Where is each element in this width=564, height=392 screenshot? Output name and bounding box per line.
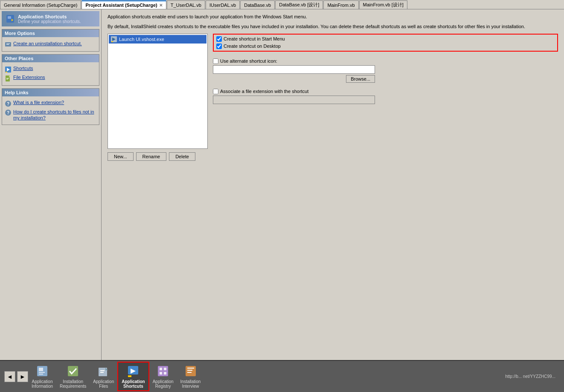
svg-rect-4 [6,44,10,44]
svg-rect-37 [186,366,196,376]
nav-forward-button[interactable]: ► [17,371,28,382]
svg-rect-21 [39,368,43,371]
how-create-shortcuts-link[interactable]: ? How do I create shortcuts to files not… [5,108,96,122]
tab-label: DataBase.vb [设计] [279,2,319,8]
shortcut-item-icon [110,36,117,43]
tab-t-user-dal[interactable]: T_UserDAL.vb [167,0,205,9]
tab-database-vb[interactable]: DataBase.vb [240,0,275,9]
browse-button[interactable]: Browse... [346,75,375,83]
shortcut-item-label: Launch UI.vshost.exe [119,37,164,42]
shortcuts-link[interactable]: Shortcuts [5,65,96,74]
main-content: Application shortcuts enable end users t… [102,9,564,360]
shortcut-list-container: Launch UI.vshost.exe New... Rename Delet… [108,34,208,161]
app-registry-icon [156,364,170,378]
sidebar: Application Shortcuts Define your applic… [0,9,102,360]
tab-main-from[interactable]: MainFrom.vb [323,0,358,9]
tab-general-info[interactable]: General Information (SetupCharge) [0,0,81,9]
help-links-section: Help Links ? What is a file extension? ? [2,88,99,125]
nav-back-button[interactable]: ◄ [4,371,15,382]
svg-rect-36 [164,372,166,375]
create-desktop-label: Create shortcut on Desktop [224,44,281,49]
toolbar-app-shortcuts[interactable]: Application Shortcuts [117,362,149,391]
tab-main-from-design[interactable]: MainFrom.vb [设计] [359,0,407,9]
help-icon2: ? [5,109,12,116]
toolbar-app-files[interactable]: Application Files [90,363,117,390]
svg-rect-32 [158,366,168,376]
svg-rect-33 [160,368,162,370]
svg-text:?: ? [7,110,9,115]
toolbar-app-registry[interactable]: Application Registry [149,363,177,390]
how-create-shortcuts-label: How do I create shortcuts to files not i… [13,109,96,121]
other-places-content: Shortcuts File Extensions [2,62,99,85]
app-registry-label: Application Registry [153,379,174,389]
file-extensions-link[interactable]: File Extensions [5,74,96,83]
svg-rect-5 [6,44,9,45]
svg-rect-27 [100,370,105,371]
more-options-section: More Options Create an uninstallation sh… [2,29,99,52]
create-start-menu-label: Create shortcut in Start Menu [224,36,285,41]
svg-rect-1 [8,16,11,19]
create-start-menu-checkbox[interactable] [216,36,222,42]
tab-label: IUserDAL.vb [209,3,236,8]
svg-rect-11 [6,78,9,78]
svg-rect-28 [100,372,104,373]
use-alternate-checkbox[interactable] [213,58,218,64]
tab-close-icon[interactable]: ✕ [159,3,163,8]
shortcut-options: Create shortcut in Start Menu Create sho… [213,34,558,161]
create-uninstall-label: Create an uninstallation shortcut. [13,41,82,46]
svg-rect-38 [187,368,194,369]
new-button[interactable]: New... [108,152,134,161]
install-req-icon [66,364,80,378]
app-files-icon [97,364,110,378]
delete-button[interactable]: Delete [169,152,195,161]
help-links-content: ? What is a file extension? ? How do I c… [2,96,99,125]
sidebar-subtitle: Define your application shortcuts. [18,19,81,24]
content-area: Application Shortcuts Define your applic… [0,9,564,360]
toolbar-install-interview[interactable]: Installation Interview [177,363,204,390]
toolbar-app-info[interactable]: Application Information [28,363,56,390]
app-shortcuts-toolbar-icon [126,364,140,378]
shortcut-list-item[interactable]: Launch UI.vshost.exe [109,35,206,44]
what-is-file-ext-link[interactable]: ? What is a file extension? [5,99,96,108]
uninstall-icon [5,41,12,48]
rename-button[interactable]: Rename [136,152,167,161]
tab-database-design[interactable]: DataBase.vb [设计] [275,0,323,9]
tab-iuser-dal[interactable]: IUserDAL.vb [206,0,240,9]
svg-rect-22 [39,372,45,373]
create-uninstall-link[interactable]: Create an uninstallation shortcut. [5,40,96,49]
use-alternate-row: Use alternate shortcut icon: [213,58,558,64]
create-desktop-checkbox[interactable] [216,44,222,49]
tab-project-assistant[interactable]: Project Assistant (SetupCharge) ✕ [81,0,166,9]
more-options-content: Create an uninstallation shortcut. [2,37,99,51]
svg-rect-35 [160,372,162,375]
shortcut-list-box[interactable]: Launch UI.vshost.exe [108,34,208,149]
svg-rect-19 [111,41,113,42]
svg-rect-24 [68,366,78,376]
tab-bar: General Information (SetupCharge) Projec… [0,0,564,9]
svg-rect-34 [164,368,166,370]
tab-label: DataBase.vb [244,3,271,8]
ext-field-input[interactable] [213,96,375,104]
shortcut-area: Launch UI.vshost.exe New... Rename Delet… [108,34,558,161]
associate-ext-row: Associate a file extension with the shor… [213,89,558,94]
shortcuts-icon [5,66,12,73]
tab-label: T_UserDAL.vb [171,3,201,8]
svg-text:?: ? [7,102,9,106]
svg-rect-8 [6,72,7,73]
shortcut-buttons: New... Rename Delete [108,152,208,161]
tab-label: MainFrom.vb [327,3,355,8]
tab-label: General Information (SetupCharge) [4,3,77,8]
what-is-file-ext-label: What is a file extension? [13,100,64,105]
app-info-icon [35,364,49,378]
use-alternate-label: Use alternate shortcut icon: [220,58,277,64]
svg-rect-23 [39,374,43,375]
associate-ext-section: Associate a file extension with the shor… [213,89,558,104]
icon-path-input[interactable] [213,65,375,74]
shortcuts-label: Shortcuts [13,66,33,71]
toolbar-install-req[interactable]: Installation Requirements [56,363,90,390]
file-extensions-label: File Extensions [13,75,45,80]
other-places-section: Other Places Shortcuts [2,54,99,86]
status-url: http://b... net/YYZZHC99... [204,374,560,379]
app-shortcuts-label: Application Shortcuts [122,379,145,389]
associate-ext-checkbox[interactable] [213,89,218,94]
